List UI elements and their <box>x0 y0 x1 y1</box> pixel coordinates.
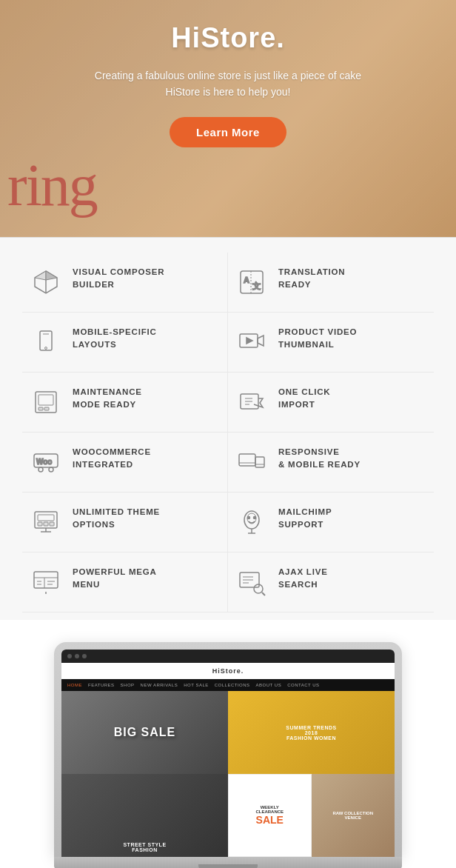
big-sale-block: BIG SALE <box>114 726 176 739</box>
svg-rect-16 <box>38 407 43 410</box>
feature-label-translation: TRANSLATIONREADY <box>278 266 345 292</box>
cube-icon <box>30 266 62 298</box>
mailchimp-icon <box>235 506 268 538</box>
screen-brand: HiStore. <box>61 663 395 679</box>
laptop-base <box>54 857 402 868</box>
feature-item-mailchimp: MAILCHIMPSUPPORT <box>228 493 434 552</box>
svg-text:文: 文 <box>252 281 261 290</box>
laptop-wrapper: HiStore. HOME FEATURES SHOP NEW ARRIVALS… <box>54 642 402 868</box>
hero-subtitle-line2: HiStore is here to help you! <box>166 86 291 98</box>
hero-section: ring HiStore. Creating a fabulous online… <box>0 0 456 237</box>
feature-label-responsive: RESPONSIVE& MOBILE READY <box>278 446 361 472</box>
svg-rect-33 <box>44 522 48 526</box>
svg-point-25 <box>49 467 53 472</box>
feature-item-mobile: MOBILE-SPECIFICLAYOUTS <box>22 313 228 373</box>
learn-more-button[interactable]: Learn More <box>170 117 286 147</box>
screen-summer: SUMMER TRENDS2018FASHION WOMEN <box>228 691 395 774</box>
feature-label-mobile: MOBILE-SPECIFICLAYOUTS <box>73 326 157 352</box>
svg-point-24 <box>38 467 43 472</box>
feature-label-visual-composer: VISUAL COMPOSERBUILDER <box>73 266 164 292</box>
screen-right: SUMMER TRENDS2018FASHION WOMEN WEEKLYCLE… <box>228 691 395 857</box>
maintenance-icon <box>30 386 62 418</box>
feature-label-maintenance: MAINTENANCEMODE READY <box>73 386 142 412</box>
hero-content: HiStore. Creating a fabulous online stor… <box>0 22 456 147</box>
woo-icon: Woo <box>30 446 62 478</box>
feature-item-responsive: RESPONSIVE& MOBILE READY <box>228 433 434 493</box>
raw-collection-text: RAW COLLECTIONVENICE <box>332 811 373 820</box>
nav-new-arrivals: NEW ARRIVALS <box>141 683 178 687</box>
nav-shop: SHOP <box>121 683 135 687</box>
svg-marker-1 <box>35 271 46 280</box>
video-icon <box>235 326 268 358</box>
feature-label-mailchimp: MAILCHIMPSUPPORT <box>278 506 332 532</box>
feature-label-theme: UNLIMITED THEMEOPTIONS <box>73 506 160 532</box>
svg-point-9 <box>45 347 47 350</box>
svg-rect-17 <box>44 407 49 410</box>
svg-rect-27 <box>255 457 264 467</box>
nav-home: HOME <box>67 683 82 687</box>
theme-icon <box>30 506 62 538</box>
big-sale-text: BIG SALE <box>114 726 176 739</box>
feature-item-woocommerce: Woo WOOCOMMERCEINTEGRATED <box>22 433 228 493</box>
weekly-clearance-text: WEEKLYCLEARANCE <box>255 805 284 814</box>
svg-point-39 <box>248 517 250 519</box>
hero-title: HiStore. <box>0 22 456 54</box>
hero-subtitle: Creating a fabulous online store is just… <box>0 67 456 101</box>
svg-marker-12 <box>258 335 264 346</box>
screen-dot-1 <box>67 654 72 658</box>
svg-point-37 <box>244 511 259 529</box>
search-icon <box>235 566 268 598</box>
screen-left-bottom: STREET STYLEFASHION <box>61 774 228 857</box>
laptop-section: HiStore. HOME FEATURES SHOP NEW ARRIVALS… <box>0 620 456 868</box>
menu-icon <box>30 566 62 598</box>
nav-about: ABOUT US <box>256 683 282 687</box>
hero-subtitle-line1: Creating a fabulous online store is just… <box>95 70 361 81</box>
features-section: VISUAL COMPOSERBUILDER A文 TRANSLATIONREA… <box>0 237 456 620</box>
screen-inner: HiStore. HOME FEATURES SHOP NEW ARRIVALS… <box>61 650 395 857</box>
summer-trends-text: SUMMER TRENDS2018FASHION WOMEN <box>286 725 336 741</box>
screen-raw: RAW COLLECTIONVENICE <box>312 774 395 857</box>
feature-item-visual-composer: VISUAL COMPOSERBUILDER <box>22 253 228 313</box>
feature-item-mega-menu: POWERFUL MEGAMENU <box>22 552 228 612</box>
feature-item-import: ONE CLICKIMPORT <box>228 373 434 433</box>
svg-rect-34 <box>50 522 54 526</box>
svg-text:Woo: Woo <box>36 458 52 466</box>
svg-point-55 <box>254 584 263 593</box>
feature-label-ajax-search: AJAX LIVESEARCH <box>278 566 328 592</box>
sale-text: SALE <box>256 814 284 826</box>
svg-rect-31 <box>38 515 54 521</box>
screen-dot-3 <box>82 654 87 658</box>
screen-content: BIG SALE STREET STYLEFASHION SUMMER TREN… <box>61 691 395 857</box>
feature-label-woo: WOOCOMMERCEINTEGRATED <box>73 446 151 472</box>
svg-marker-13 <box>247 338 252 344</box>
screen-left: BIG SALE STREET STYLEFASHION <box>61 691 228 857</box>
feature-item-maintenance: MAINTENANCEMODE READY <box>22 373 228 433</box>
svg-rect-32 <box>38 522 42 526</box>
nav-collections: COLLECTIONS <box>215 683 250 687</box>
street-style-text: STREET STYLEFASHION <box>123 842 166 852</box>
screen-weekly: WEEKLYCLEARANCE SALE <box>228 774 312 857</box>
svg-rect-26 <box>239 454 255 466</box>
feature-item-ajax-search: AJAX LIVESEARCH <box>228 552 434 612</box>
screen-nav-bar: HOME FEATURES SHOP NEW ARRIVALS HOT SALE… <box>61 679 395 691</box>
nav-contact: CONTACT US <box>287 683 319 687</box>
mobile-icon <box>30 326 62 358</box>
feature-label-import: ONE CLICKIMPORT <box>278 386 330 412</box>
import-icon <box>235 386 268 418</box>
svg-point-40 <box>254 517 256 519</box>
translate-icon: A文 <box>235 266 268 298</box>
features-grid: VISUAL COMPOSERBUILDER A文 TRANSLATIONREA… <box>22 253 434 612</box>
feature-label-mega-menu: POWERFUL MEGAMENU <box>73 566 157 592</box>
svg-line-56 <box>262 592 265 595</box>
screen-dot-2 <box>75 654 79 658</box>
svg-rect-43 <box>34 572 58 588</box>
nav-hot-sale: HOT SALE <box>184 683 209 687</box>
responsive-icon <box>235 446 268 478</box>
nav-features: FEATURES <box>88 683 115 687</box>
feature-item-video: PRODUCT VIDEOTHUMBNAIL <box>228 313 434 373</box>
feature-item-theme: UNLIMITED THEMEOPTIONS <box>22 493 228 552</box>
laptop-outer: HiStore. HOME FEATURES SHOP NEW ARRIVALS… <box>54 642 402 857</box>
screen-header <box>61 650 395 663</box>
svg-marker-2 <box>46 271 57 280</box>
screen-left-top: BIG SALE <box>61 691 228 774</box>
